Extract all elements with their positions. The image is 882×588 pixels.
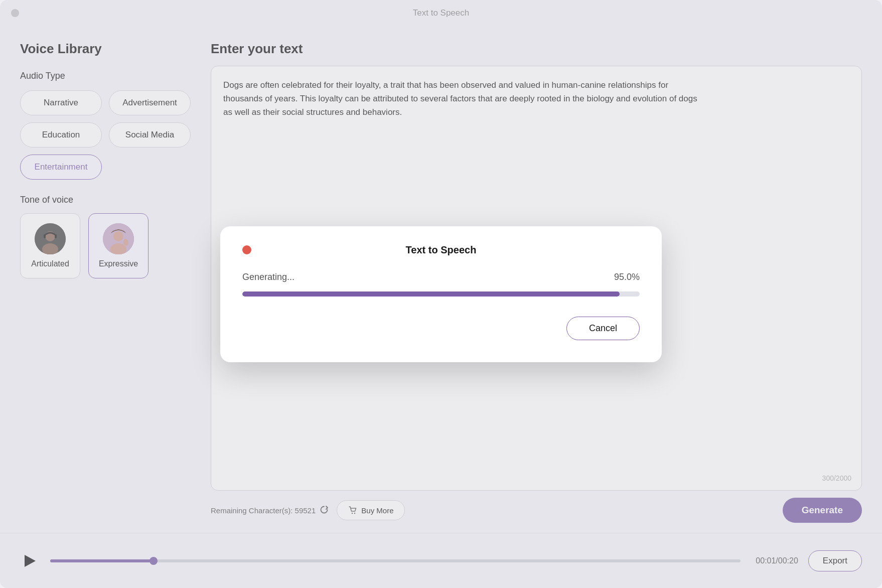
app-window: Text to Speech Voice Library Audio Type …: [0, 0, 882, 588]
modal-status-row: Generating... 95.0%: [242, 272, 640, 282]
modal-close-dot[interactable]: [242, 245, 251, 254]
modal-percent: 95.0%: [614, 272, 640, 282]
modal-dialog: Text to Speech Generating... 95.0% Cance…: [220, 226, 662, 362]
modal-progress-fill: [242, 291, 620, 297]
modal-overlay: Text to Speech Generating... 95.0% Cance…: [0, 0, 882, 588]
modal-progress-bar: [242, 291, 640, 297]
modal-title-bar: Text to Speech: [242, 244, 640, 256]
modal-status-text: Generating...: [242, 272, 295, 282]
modal-cancel-button[interactable]: Cancel: [566, 317, 640, 340]
modal-cancel-row: Cancel: [242, 317, 640, 340]
modal-title: Text to Speech: [406, 244, 477, 256]
